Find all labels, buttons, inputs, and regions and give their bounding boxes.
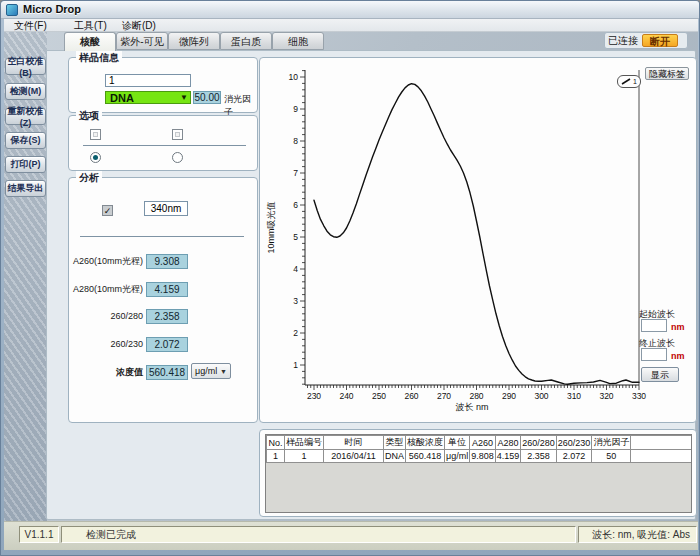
sidebar-button-3[interactable]: 重新校准(Z) — [5, 108, 46, 125]
connection-panel: 已连接 断开 — [604, 32, 688, 49]
svg-text:280: 280 — [469, 391, 483, 401]
svg-text:波长 nm: 波长 nm — [455, 402, 488, 412]
options-group: 选项 — [68, 115, 258, 171]
spectrum-group: 2302402502602702802903003103203301234567… — [259, 57, 697, 423]
unit-select[interactable]: μg/ml ▼ — [191, 363, 231, 379]
spectrum-chart: 2302402502602702802903003103203301234567… — [260, 58, 698, 424]
legend-series-label: 1 — [633, 78, 637, 85]
menu-item-1[interactable]: 文件(F) — [11, 19, 50, 32]
disconnect-button[interactable]: 断开 — [642, 34, 678, 47]
table-cell: 50 — [592, 450, 631, 463]
analysis-row-value: 2.072 — [146, 337, 188, 352]
connection-status: 已连接 — [608, 34, 638, 48]
option-radio-2[interactable] — [172, 152, 183, 163]
svg-text:6: 6 — [293, 200, 298, 210]
show-button[interactable]: 显示 — [641, 367, 679, 382]
table-cell: 2.072 — [556, 450, 592, 463]
analysis-group-label: 分析 — [76, 171, 102, 185]
analysis-row-value: 4.159 — [146, 282, 188, 297]
sidebar-button-6[interactable]: 结果导出 — [5, 180, 46, 197]
sidebar-button-5[interactable]: 打印(P) — [5, 156, 46, 173]
svg-text:4: 4 — [293, 264, 298, 274]
measure-info-panel: 波长: nm, 吸光值: Abs — [578, 526, 697, 543]
tab-2[interactable]: 紫外-可见 — [116, 32, 168, 50]
menu-item-3[interactable]: 诊断(D) — [119, 19, 159, 32]
table-cell: 1 — [267, 450, 285, 463]
svg-text:250: 250 — [372, 391, 386, 401]
line-series-icon — [621, 77, 632, 86]
options-group-label: 选项 — [76, 109, 102, 123]
sample-type-select[interactable]: DNA ▼ — [105, 91, 191, 104]
analysis-row-value: 2.358 — [146, 309, 188, 324]
svg-text:3: 3 — [293, 296, 298, 306]
tab-4[interactable]: 蛋白质 — [220, 32, 272, 50]
svg-text:260: 260 — [404, 391, 418, 401]
extinction-factor-value: 50.00 — [193, 91, 221, 104]
svg-text:310: 310 — [567, 391, 581, 401]
sample-info-group: 样品信息 DNA ▼ 50.00 消光因子 — [68, 57, 258, 113]
title-bar[interactable]: Micro Drop — [1, 1, 700, 19]
table-header-cell: 样品编号 — [285, 436, 324, 450]
option-checkbox-2[interactable] — [172, 129, 183, 140]
analysis-group: 分析 ✓ A260(10mm光程)9.308A280(10mm光程)4.1592… — [68, 177, 258, 423]
analysis-row-label: 260/280 — [110, 311, 143, 321]
analysis-divider — [80, 236, 244, 237]
sidebar-button-2[interactable]: 检测(M) — [5, 83, 46, 100]
table-header-cell: A260 — [470, 436, 496, 450]
analysis-row: 260/2802.358 — [69, 308, 188, 324]
svg-text:9: 9 — [293, 104, 298, 114]
sidebar-button-1[interactable]: 空白校准(B) — [5, 58, 46, 75]
app-window: Micro Drop 文件(F)工具(T)诊断(D) 空白校准(B)检测(M)重… — [0, 0, 700, 556]
sample-type-value: DNA — [110, 92, 134, 104]
analysis-row: A260(10mm光程)9.308 — [69, 253, 188, 269]
table-header-cell: 核酸浓度 — [406, 436, 445, 450]
sample-id-input[interactable] — [105, 74, 191, 87]
results-table: No.样品编号时间类型核酸浓度单位A260A280260/280260/230消… — [266, 435, 692, 463]
table-cell: 4.159 — [495, 450, 521, 463]
table-header-cell: 时间 — [324, 436, 384, 450]
table-cell: 2016/04/11 — [324, 450, 384, 463]
analysis-row-value: 9.308 — [146, 254, 188, 269]
svg-text:230: 230 — [307, 391, 321, 401]
table-header-cell: 260/230 — [556, 436, 592, 450]
tab-1[interactable]: 核酸 — [64, 32, 116, 51]
svg-text:240: 240 — [339, 391, 353, 401]
sidebar-button-4[interactable]: 保存(S) — [5, 132, 46, 149]
table-cell: 560.418 — [406, 450, 445, 463]
svg-text:270: 270 — [437, 391, 451, 401]
option-radio-1[interactable] — [90, 152, 101, 163]
menu-item-2[interactable]: 工具(T) — [71, 19, 110, 32]
svg-text:2: 2 — [293, 328, 298, 338]
tab-3[interactable]: 微阵列 — [168, 32, 220, 50]
svg-text:320: 320 — [599, 391, 613, 401]
analysis-row: 260/2302.072 — [69, 336, 188, 352]
app-icon — [6, 4, 18, 16]
legend-chip[interactable]: 1 — [617, 75, 641, 88]
table-header-cell: No. — [267, 436, 285, 450]
tab-5[interactable]: 细胞 — [272, 32, 324, 50]
table-header-cell: 单位 — [445, 436, 470, 450]
results-table-wrap[interactable]: No.样品编号时间类型核酸浓度单位A260A280260/280260/230消… — [265, 434, 692, 513]
table-header-cell: 260/280 — [521, 436, 557, 450]
svg-text:330: 330 — [632, 391, 646, 401]
end-wavelength-input[interactable] — [641, 348, 667, 361]
wavelength-input[interactable] — [144, 201, 188, 216]
hide-labels-button[interactable]: 隐藏标签 — [645, 67, 689, 80]
menu-bar: 文件(F)工具(T)诊断(D) — [4, 19, 698, 32]
table-cell: μg/ml — [445, 450, 470, 463]
table-row[interactable]: 112016/04/11DNA560.418μg/ml9.8084.1592.3… — [267, 450, 693, 463]
table-cell: DNA — [384, 450, 406, 463]
table-header-cell: 消光因子 — [592, 436, 631, 450]
svg-text:10: 10 — [289, 72, 299, 82]
start-nm-unit: nm — [671, 322, 685, 332]
start-wavelength-input[interactable] — [641, 319, 667, 332]
results-group: No.样品编号时间类型核酸浓度单位A260A280260/280260/230消… — [259, 429, 697, 517]
wavelength-checkbox[interactable]: ✓ — [102, 205, 113, 216]
status-message-panel: 检测已完成 — [61, 526, 576, 543]
concentration-value: 560.418 — [146, 365, 188, 380]
analysis-row-label: A260(10mm光程) — [73, 255, 143, 268]
table-header-cell: A280 — [495, 436, 521, 450]
options-divider — [83, 145, 246, 146]
option-checkbox-1[interactable] — [90, 129, 101, 140]
status-bar: V1.1.1 检测已完成 波长: nm, 吸光值: Abs — [4, 521, 698, 550]
